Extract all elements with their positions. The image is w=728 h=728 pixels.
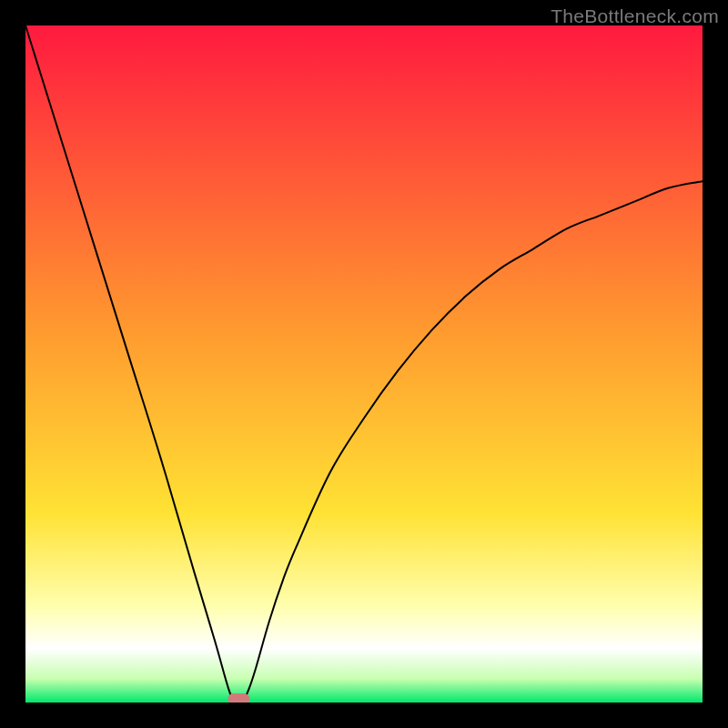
chart-svg (25, 25, 703, 703)
chart-frame: TheBottleneck.com (0, 0, 728, 728)
watermark-text: TheBottleneck.com (551, 5, 719, 27)
plot-area (25, 25, 703, 703)
optimal-marker (228, 693, 249, 703)
gradient-background (25, 25, 703, 703)
